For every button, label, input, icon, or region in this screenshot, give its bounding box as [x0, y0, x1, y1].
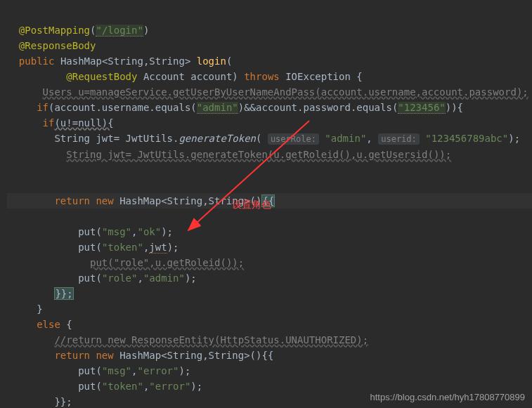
line-put-role-commented: put("role",u.getRoleid());	[7, 257, 244, 268]
commented-code: String jwt= JwtUtils.generateToken(u.get…	[66, 149, 451, 160]
line-brace: }	[7, 303, 43, 315]
line-7: if(u!=null){	[7, 117, 114, 129]
param-hint: userRole:	[268, 133, 319, 145]
line-close-braces: }};	[7, 287, 74, 300]
annotation: @PostMapping	[19, 25, 90, 36]
line-put-role: put("role","admin");	[7, 272, 197, 284]
watermark: https://blog.csdn.net/hyh17808770899	[370, 392, 525, 402]
line-2: @ResponseBody	[7, 40, 96, 51]
line-close-braces-2: }};	[7, 396, 72, 407]
param-hint: userid:	[378, 133, 420, 145]
line-1: @PostMapping("/login")	[7, 25, 149, 37]
commented-code: Users u=manageService.getUserByUserNameA…	[43, 86, 528, 98]
line-put-msg: put("msg","ok");	[7, 226, 173, 237]
annotation: @ResponseBody	[19, 40, 96, 51]
line-put-token-error: put("token","error");	[7, 381, 202, 392]
line-8: String jwt= JwtUtils.generateToken( user…	[7, 133, 520, 144]
annotation-label: 设置角色	[232, 199, 271, 211]
line-3: public HashMap<String,String> login(	[7, 55, 232, 67]
method-name: login	[197, 55, 226, 67]
blank-line	[7, 180, 13, 191]
line-put-token: put("token",jwt);	[7, 242, 179, 254]
line-9: String jwt= JwtUtils.generateToken(u.get…	[7, 149, 451, 160]
line-6: if(account.username.equals("admin")&&acc…	[7, 102, 463, 114]
line-return-error: return new HashMap<String,String>(){{	[7, 350, 273, 361]
string-literal: "/login"	[96, 25, 143, 37]
line-5: Users u=manageService.getUserByUserNameA…	[7, 86, 528, 98]
line-put-msg-error: put("msg","error");	[7, 365, 190, 376]
line-else: else {	[7, 319, 72, 330]
line-comment-return: //return new ResponseEntity(HttpStatus.U…	[7, 334, 368, 346]
line-4: @RequestBody Account account) throws IOE…	[7, 71, 363, 82]
blank-line	[7, 164, 13, 176]
